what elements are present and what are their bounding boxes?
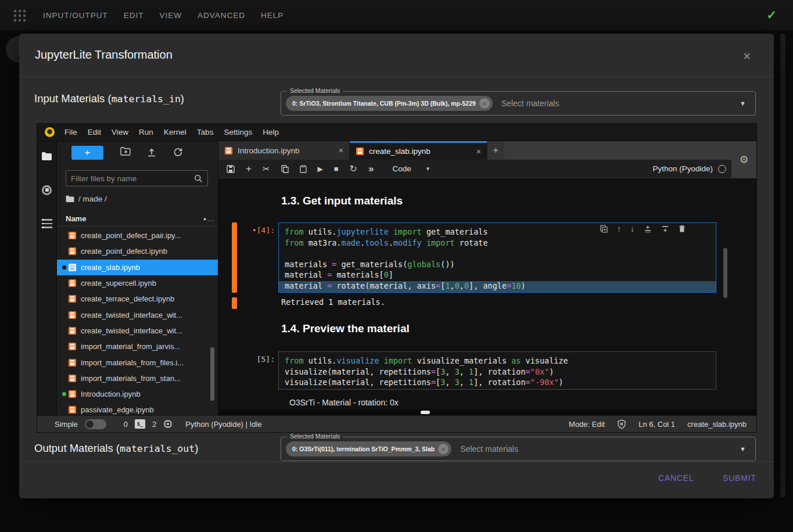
new-launcher-button[interactable]: +	[71, 146, 103, 160]
horizontal-scrollbar-thumb[interactable]	[421, 411, 430, 414]
dropdown-arrow-icon[interactable]: ▼	[740, 100, 746, 107]
file-row-passivate-edge-ipynb[interactable]: passivate_edge.ipynb	[57, 402, 218, 415]
restart-kernel-icon[interactable]: ↻	[350, 164, 357, 174]
code-line: from utils.visualize import visualize_ma…	[285, 356, 710, 367]
breadcrumb[interactable]: / made /	[66, 195, 107, 203]
jlab-menu-item-view[interactable]: View	[106, 128, 134, 136]
jlab-menu-item-tabs[interactable]: Tabs	[192, 128, 219, 136]
notebook-toolbar: + ✂ ▶ ■ ↻ » Code	[218, 160, 756, 178]
cell-type-value: Code	[392, 164, 411, 173]
input-materials-select[interactable]: Selected Materials 0: SrTiO3, Strontium …	[281, 91, 756, 116]
dropdown-arrow-icon[interactable]: ▼	[740, 445, 746, 452]
mode-indicator[interactable]: Mode: Edit	[569, 420, 605, 429]
chip-remove-icon[interactable]: ×	[479, 98, 490, 109]
notebook-scrollbar[interactable]	[723, 248, 727, 298]
code-line	[285, 249, 710, 260]
chip-remove-icon[interactable]: ×	[438, 444, 448, 454]
insert-cell-above-icon[interactable]	[644, 225, 652, 233]
active-filename[interactable]: create_slab.ipynb	[687, 420, 747, 429]
app-menu-item-input-output[interactable]: INPUT/OUTPUT	[43, 11, 108, 20]
insert-cell-icon[interactable]: +	[246, 164, 252, 174]
tab-create-slab-ipynb[interactable]: create_slab.ipynb×	[350, 141, 487, 160]
file-browser-panel: + Filter files by name	[57, 141, 218, 415]
jlab-menu-item-help[interactable]: Help	[257, 128, 284, 136]
move-cell-up-icon[interactable]: ↑	[617, 225, 621, 233]
refresh-icon[interactable]	[173, 147, 185, 159]
jlab-menu-item-file[interactable]: File	[59, 128, 82, 136]
file-row-create-point-defect-pair-ipy[interactable]: create_point_defect_pair.ipy...	[57, 228, 218, 243]
file-list-header[interactable]: Name ▲ …	[57, 211, 218, 227]
running-kernels-icon[interactable]	[41, 184, 53, 196]
new-folder-icon[interactable]	[120, 147, 132, 159]
upload-icon[interactable]	[147, 147, 159, 159]
kernel-status-text[interactable]: Python (Pyodide) | Idle	[185, 420, 261, 429]
file-row-import-materials-from-files-i[interactable]: import_materials_from_files.i...	[57, 354, 218, 370]
cell-type-select[interactable]: Code ▾	[392, 164, 429, 173]
save-icon[interactable]	[227, 165, 235, 173]
insert-cell-below-icon[interactable]	[661, 225, 669, 233]
file-row-create-slab-ipynb[interactable]: create_slab.ipynb	[57, 260, 218, 275]
file-row-import-materials-from-stan[interactable]: import_materials_from_stan...	[57, 371, 218, 386]
code-cell-4[interactable]: from utils.jupyterlite import get_materi…	[278, 222, 716, 293]
copy-cells-icon[interactable]	[281, 165, 289, 173]
jlab-menu-item-kernel[interactable]: Kernel	[159, 128, 192, 136]
output-collapser[interactable]	[232, 297, 237, 309]
app-menu-item-advanced[interactable]: ADVANCED	[198, 11, 245, 20]
tab-close-icon[interactable]: ×	[339, 146, 343, 155]
material-chip: 0: O3SrTi(011), termination SrTiO_Pmmm_3…	[286, 441, 451, 456]
file-row-import-material-from-jarvis[interactable]: import_material_from_jarvis...	[57, 339, 218, 354]
file-browser-icon[interactable]	[41, 150, 53, 162]
trust-shield-icon[interactable]	[617, 419, 626, 429]
file-row-introduction-ipynb[interactable]: Introduction.ipynb	[57, 386, 218, 402]
cut-cells-icon[interactable]: ✂	[263, 164, 270, 173]
file-row-create-twisted-interface-wit[interactable]: create_twisted_interface_wit...	[57, 323, 218, 339]
file-name: create_twisted_interface_wit...	[81, 311, 182, 319]
cell-toolbar: ↑ ↓	[600, 225, 686, 233]
kernel-chip-icon	[163, 419, 173, 429]
more-columns-icon[interactable]: …	[207, 214, 215, 223]
file-row-create-twisted-interface-wit[interactable]: create_twisted_interface_wit...	[57, 307, 218, 322]
output-materials-select[interactable]: Selected Materials 0: O3SrTi(011), termi…	[281, 437, 756, 461]
dialog-close-icon[interactable]: ×	[743, 50, 751, 63]
settings-gear-icon[interactable]: ⚙	[739, 153, 748, 166]
cell-collapser[interactable]	[232, 222, 237, 293]
stop-kernel-icon[interactable]: ■	[334, 165, 339, 172]
new-tab-button[interactable]: +	[487, 141, 504, 160]
cancel-button[interactable]: CANCEL	[658, 473, 694, 483]
run-cell-icon[interactable]: ▶	[318, 166, 323, 172]
table-of-contents-icon[interactable]	[41, 218, 53, 229]
app-menu-item-edit[interactable]: EDIT	[124, 11, 144, 20]
page-scrollbar[interactable]	[780, 34, 785, 497]
notebook-file-icon	[68, 263, 77, 272]
tab-introduction-ipynb[interactable]: Introduction.ipynb×	[218, 141, 350, 160]
kernel-indicator[interactable]: Python (Pyodide)	[652, 164, 726, 173]
select-placeholder: Select materials	[460, 444, 518, 454]
jlab-menu-item-edit[interactable]: Edit	[82, 128, 106, 136]
app-menu-item-view[interactable]: VIEW	[160, 11, 182, 20]
filter-files-input[interactable]: Filter files by name	[66, 170, 208, 186]
file-list-scrollbar[interactable]	[210, 347, 214, 401]
file-list: create_point_defect_pair.ipy...create_po…	[57, 228, 218, 415]
move-cell-down-icon[interactable]: ↓	[630, 225, 634, 233]
tab-close-icon[interactable]: ×	[476, 147, 481, 156]
terminal-icon: $_	[135, 419, 145, 429]
simple-mode-toggle[interactable]	[85, 419, 106, 429]
file-row-create-supercell-ipynb[interactable]: create_supercell.ipynb	[57, 275, 218, 291]
duplicate-cell-icon[interactable]	[600, 225, 608, 233]
code-line: from mat3ra.made.tools.modify import rot…	[285, 238, 710, 249]
screen: INPUT/OUTPUTEDITVIEWADVANCEDHELP ✓ ⋮ Jup…	[0, 0, 793, 532]
code-cell-5[interactable]: from utils.visualize import visualize_ma…	[278, 351, 716, 390]
restart-run-all-icon[interactable]: »	[368, 164, 374, 174]
file-row-create-terrace-defect-ipynb[interactable]: create_terrace_defect.ipynb	[57, 291, 218, 307]
jupyterlite-transformation-dialog: JupyterLite Transformation × Input Mater…	[19, 34, 774, 498]
jlab-menu-item-run[interactable]: Run	[134, 128, 159, 136]
paste-cells-icon[interactable]	[300, 165, 307, 173]
cursor-position[interactable]: Ln 6, Col 1	[638, 420, 675, 429]
name-column-header[interactable]: Name	[66, 214, 86, 223]
file-row-create-point-defect-ipynb[interactable]: create_point_defect.ipynb	[57, 243, 218, 259]
jlab-menu-item-settings[interactable]: Settings	[218, 128, 257, 136]
submit-button[interactable]: SUBMIT	[723, 473, 756, 483]
delete-cell-icon[interactable]	[679, 225, 686, 233]
file-name: import_materials_from_files.i...	[81, 358, 184, 367]
app-menu-item-help[interactable]: HELP	[261, 11, 284, 20]
